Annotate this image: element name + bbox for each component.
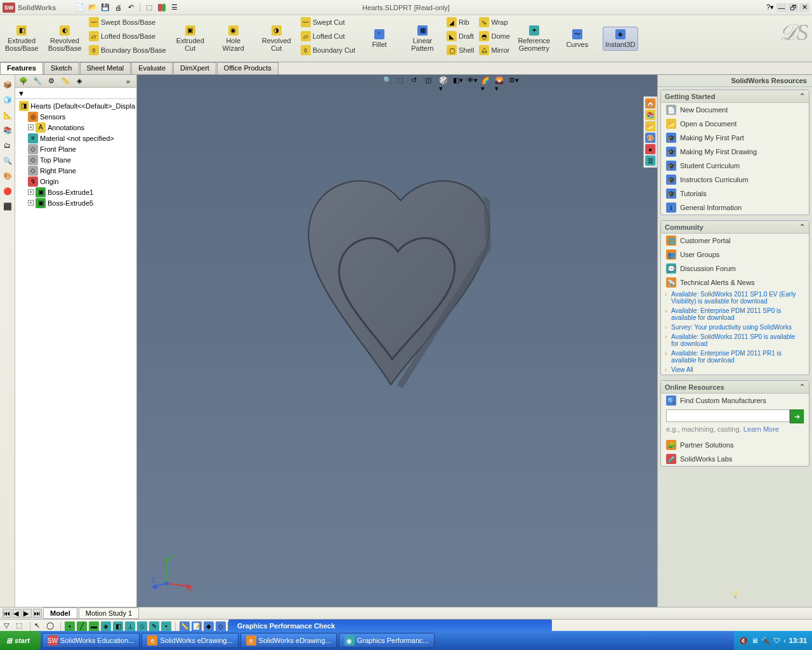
tab-features[interactable]: Features <box>0 62 43 74</box>
link-general-info[interactable]: ℹGeneral Information <box>661 201 809 215</box>
view-settings-icon[interactable]: ⚙▾ <box>509 76 520 88</box>
taskbar-item[interactable]: eSolidWorks eDrawing... <box>240 633 337 648</box>
file-explorer-tab-icon[interactable]: 📂 <box>645 121 655 131</box>
prev-tab-button[interactable]: ◀ <box>13 609 22 618</box>
revolved-cut-button[interactable]: ◑RevolvedCut <box>259 23 294 54</box>
expand-icon[interactable]: + <box>28 124 34 130</box>
collapse-icon[interactable]: ⌃ <box>799 223 805 231</box>
mirror-button[interactable]: ⧋Mirror <box>476 43 512 57</box>
boundary-boss-button[interactable]: ◊Boundary Boss/Base <box>86 43 169 57</box>
news-item[interactable]: Available: SolidWorks 2011 SP0 is availa… <box>661 332 809 348</box>
design-library-tab-icon[interactable]: 📚 <box>645 110 655 120</box>
graphics-viewport[interactable]: 🔍 ⬚ ↺ ◫ 🎲▾ ◧▾ 👁▾ 🌈▾ 🌄▾ ⚙▾ 🏠 📚 📂 🎨 ● ☰ <box>137 75 657 607</box>
lasso-icon[interactable]: ◯ <box>46 621 56 632</box>
view-palette-tab-icon[interactable]: 🎨 <box>645 133 655 143</box>
edit-appearance-icon[interactable]: 🌈▾ <box>481 76 492 88</box>
link-tutorials[interactable]: 🎓Tutorials <box>661 187 809 201</box>
rib-button[interactable]: ◢Rib <box>444 15 476 29</box>
link-view-all[interactable]: View All <box>661 365 809 375</box>
link-first-part[interactable]: 🎓Making My First Part <box>661 131 809 145</box>
view-orientation-icon[interactable]: 🎲▾ <box>439 76 450 88</box>
open-icon[interactable]: 📂 <box>88 3 98 13</box>
undo-icon[interactable]: ↶ <box>126 3 136 13</box>
edge-filter-icon[interactable]: ╱ <box>77 621 87 632</box>
lofted-boss-button[interactable]: ▱Lofted Boss/Base <box>86 29 169 43</box>
section-view-icon[interactable]: ◫ <box>425 76 436 88</box>
reference-geometry-button[interactable]: ✦ReferenceGeometry <box>516 23 552 54</box>
tab-office-products[interactable]: Office Products <box>217 62 278 74</box>
tab-motion-study[interactable]: Motion Study 1 <box>79 607 139 619</box>
link-first-drawing[interactable]: 🎓Making My First Drawing <box>661 145 809 159</box>
plane-filter-icon[interactable]: ◇ <box>137 621 147 632</box>
feature-filter[interactable]: ▼ <box>15 88 136 99</box>
start-button[interactable]: ⊞ start <box>0 631 40 650</box>
link-partner-solutions[interactable]: 🧩Partner Solutions <box>661 438 809 452</box>
part-icon[interactable]: 🧊 <box>2 94 13 105</box>
manufacturer-search-input[interactable] <box>666 409 790 422</box>
print-icon[interactable]: 🖨 <box>113 3 123 13</box>
resources-tab-icon[interactable]: 🏠 <box>645 98 655 109</box>
taskbar-item[interactable]: SWSolidWorks Education... <box>42 633 140 648</box>
select-icon[interactable]: ⬚ <box>144 3 154 13</box>
face-filter-icon[interactable]: ▬ <box>89 621 99 632</box>
display-style-icon[interactable]: ◧▾ <box>453 76 464 88</box>
tab-sheet-metal[interactable]: Sheet Metal <box>80 62 131 74</box>
drawing-icon[interactable]: 📐 <box>2 109 13 121</box>
fillet-button[interactable]: ◜Fillet <box>362 27 397 50</box>
view-palette-icon[interactable]: 🎨 <box>2 170 13 182</box>
misc1-icon[interactable]: ◆ <box>204 621 214 632</box>
explorer-icon[interactable]: 🗂 <box>2 140 13 151</box>
tree-origin[interactable]: ↯Origin <box>25 176 135 187</box>
link-new-document[interactable]: 📄New Document <box>661 103 809 117</box>
library-icon[interactable]: 📚 <box>2 124 13 136</box>
expand-icon[interactable]: + <box>28 189 34 195</box>
dome-button[interactable]: ◓Dome <box>476 29 512 43</box>
new-icon[interactable]: 📄 <box>75 3 85 13</box>
taskbar-clock[interactable]: 13:31 <box>789 637 807 644</box>
news-item[interactable]: Available: Enterprise PDM 2011 SP0 is av… <box>661 306 809 322</box>
tree-sensors[interactable]: ◎Sensors <box>25 111 135 122</box>
tab-model[interactable]: Model <box>43 607 77 619</box>
tree-top-plane[interactable]: ◇Top Plane <box>25 154 135 165</box>
curves-button[interactable]: 〜Curves <box>560 27 595 50</box>
tray-expand-icon[interactable]: ‹ <box>783 637 786 644</box>
tray-icon[interactable]: 🛡 <box>773 637 780 644</box>
learn-more-link[interactable]: Learn More <box>743 425 779 433</box>
link-discussion-forum[interactable]: 💬Discussion Forum <box>661 262 809 275</box>
news-item[interactable]: Available: SolidWorks 2011 SP1.0 EV (Ear… <box>661 289 809 306</box>
swept-cut-button[interactable]: 〰Swept Cut <box>298 15 358 29</box>
feature-tree-tab-icon[interactable]: 🌳 <box>18 76 29 86</box>
previous-view-icon[interactable]: ↺ <box>411 76 422 88</box>
solid-filter-icon[interactable]: ◧ <box>113 621 123 632</box>
link-customer-portal[interactable]: 🌐Customer Portal <box>661 234 809 248</box>
tab-evaluate[interactable]: Evaluate <box>131 62 173 74</box>
next-tab-button[interactable]: ▶ <box>23 609 32 618</box>
link-technical-alerts[interactable]: 📡Technical Alerts & News <box>661 275 809 289</box>
collapse-icon[interactable]: ⌃ <box>799 383 805 391</box>
surface-filter-icon[interactable]: ◈ <box>101 621 111 632</box>
draft-button[interactable]: ◣Draft <box>444 29 476 43</box>
last-tab-button[interactable]: ⏭ <box>33 609 42 618</box>
wrap-button[interactable]: ∿Wrap <box>476 15 512 29</box>
save-icon[interactable]: 💾 <box>100 3 110 13</box>
property-tab-icon[interactable]: 🔧 <box>32 76 43 86</box>
sketch-filter-icon[interactable]: ✎ <box>149 621 159 632</box>
link-student-curriculum[interactable]: 🎓Student Curriculum <box>661 159 809 173</box>
vertex-filter-icon[interactable]: ▪ <box>65 621 75 632</box>
assembly-icon[interactable]: 📦 <box>2 79 13 90</box>
link-solidworks-labs[interactable]: 🧪SolidWorks Labs <box>661 452 809 466</box>
linear-pattern-button[interactable]: ▦LinearPattern <box>405 23 440 54</box>
rebuild-icon[interactable] <box>157 3 167 13</box>
hide-show-icon[interactable]: 👁▾ <box>467 76 478 88</box>
tree-right-plane[interactable]: ◇Right Plane <box>25 165 135 176</box>
dimension-filter-icon[interactable]: 📏 <box>180 621 190 632</box>
point-filter-icon[interactable]: • <box>161 621 171 632</box>
zoom-fit-icon[interactable]: 🔍 <box>383 76 395 88</box>
search-go-button[interactable]: ➔ <box>790 409 804 423</box>
tree-boss-extrude5[interactable]: +▣Boss-Extrude5 <box>25 197 135 208</box>
boundary-cut-button[interactable]: ◊Boundary Cut <box>298 43 358 57</box>
close-button[interactable]: ✕ <box>799 3 809 12</box>
custom-icon[interactable]: ⬛ <box>2 201 13 212</box>
search-icon[interactable]: 🔍 <box>2 155 13 166</box>
news-item[interactable]: Available: Enterprise PDM 2011 PR1 is av… <box>661 348 809 365</box>
